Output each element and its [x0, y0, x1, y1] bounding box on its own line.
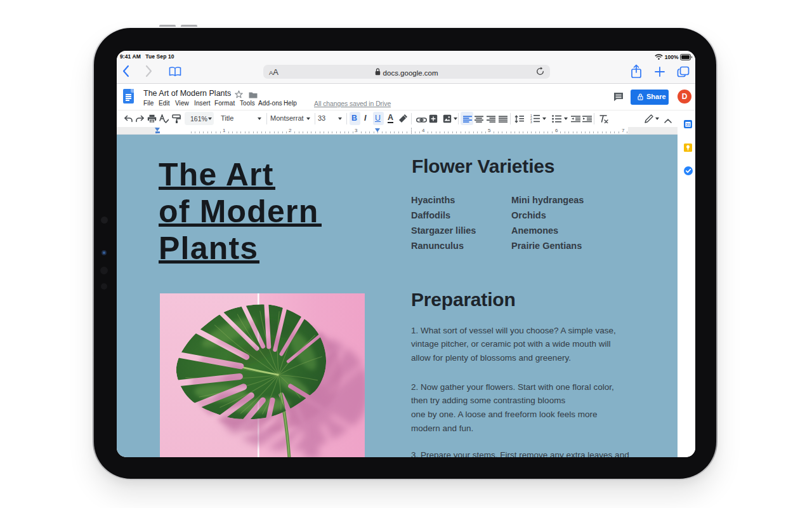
svg-text:31: 31 — [686, 123, 690, 126]
svg-text:3: 3 — [530, 120, 532, 123]
